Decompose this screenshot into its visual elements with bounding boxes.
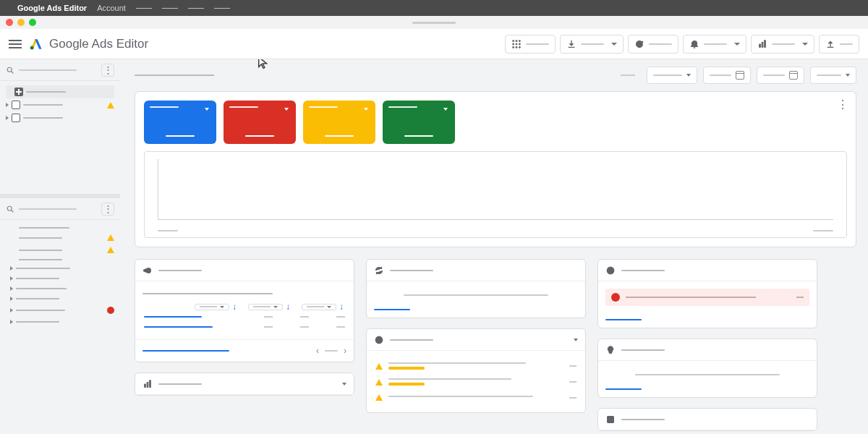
sidebar-account-search[interactable]: ⋮ [0, 59, 120, 81]
svg-rect-12 [765, 40, 766, 47]
date-range-start[interactable] [703, 67, 751, 84]
tree-item[interactable] [6, 98, 114, 111]
view-all-link[interactable] [142, 350, 229, 352]
table-row[interactable] [142, 322, 346, 332]
hamburger-icon[interactable] [9, 38, 22, 51]
action-link[interactable] [605, 319, 642, 320]
error-icon [611, 293, 620, 302]
lightbulb-icon [605, 345, 616, 355]
clock-icon [605, 265, 616, 276]
window-minimize-icon[interactable] [17, 19, 25, 26]
pager[interactable]: ‹› [316, 346, 346, 356]
toolbar-refresh-button[interactable] [628, 35, 678, 54]
menubar-app-name[interactable]: Google Ads Editor [17, 4, 87, 12]
sort-column[interactable]: ↓ [248, 302, 290, 312]
chevron-down-icon [611, 43, 617, 46]
more-icon[interactable]: ⋮ [101, 64, 114, 77]
arrow-down-icon: ↓ [339, 302, 344, 312]
more-icon[interactable]: ⋮ [101, 203, 114, 216]
nav-item[interactable] [7, 263, 117, 273]
error-banner[interactable] [605, 289, 809, 306]
warning-icon [375, 363, 383, 370]
date-range-end[interactable] [757, 67, 804, 84]
action-link[interactable] [605, 388, 642, 390]
scorecards-row [144, 101, 847, 144]
nav-item[interactable] [7, 224, 117, 231]
table-row[interactable] [142, 312, 346, 322]
chevron-down-icon[interactable] [574, 339, 578, 341]
chevron-right-icon [10, 266, 13, 271]
notes-card [597, 408, 817, 431]
nav-item[interactable] [7, 304, 117, 317]
svg-point-3 [519, 40, 520, 41]
svg-point-6 [519, 43, 520, 44]
svg-point-0 [30, 46, 34, 49]
error-icon [107, 307, 114, 314]
tree-item[interactable] [6, 85, 114, 98]
chevron-down-icon [205, 108, 209, 111]
warning-icon [375, 394, 383, 401]
stats-card [135, 373, 354, 396]
menubar-item[interactable] [188, 8, 204, 9]
chevron-down-icon[interactable] [342, 383, 346, 386]
toolbar-stats-button[interactable] [751, 35, 814, 54]
svg-point-7 [513, 46, 514, 48]
toolbar-grid-button[interactable] [505, 35, 556, 54]
megaphone-icon [142, 265, 153, 276]
nav-item[interactable] [7, 273, 117, 284]
sidebar: ⋮ ⋮ [0, 59, 120, 434]
scorecard[interactable] [144, 101, 216, 144]
app-header: Google Ads Editor [0, 29, 868, 59]
chevron-down-icon [364, 108, 368, 111]
account-icon [12, 114, 20, 122]
window-close-icon[interactable] [6, 19, 13, 26]
bell-icon [689, 39, 699, 49]
sync-card [366, 259, 586, 318]
window-zoom-icon[interactable] [29, 19, 36, 26]
toolbar-download-button[interactable] [560, 35, 624, 54]
campaigns-card: ↓ ↓ ↓ ‹› [135, 259, 354, 362]
scorecard[interactable] [383, 101, 455, 144]
svg-point-9 [519, 46, 520, 48]
chevron-right-icon[interactable]: › [344, 346, 346, 356]
list-item[interactable] [374, 390, 578, 405]
panel-more-icon[interactable]: ⋮ [837, 98, 848, 111]
chevron-down-icon [686, 74, 691, 77]
list-item[interactable] [374, 358, 578, 374]
menubar-item[interactable] [162, 8, 178, 9]
chevron-down-icon [443, 108, 448, 111]
menubar-item-account[interactable]: Account [97, 4, 126, 12]
nav-item[interactable] [7, 294, 117, 304]
sidebar-type-search[interactable]: ⋮ [0, 198, 120, 220]
menubar-item[interactable] [136, 8, 152, 9]
list-item[interactable] [374, 374, 578, 390]
toolbar-notifications-button[interactable] [683, 35, 746, 54]
scorecard[interactable] [224, 101, 296, 144]
svg-rect-17 [150, 380, 151, 387]
filter-dropdown[interactable] [647, 67, 697, 84]
compare-dropdown[interactable] [810, 67, 856, 84]
nav-item[interactable] [7, 256, 117, 263]
sort-column[interactable]: ↓ [195, 302, 237, 312]
nav-item[interactable] [7, 231, 117, 244]
svg-point-5 [516, 43, 517, 44]
nav-item[interactable] [7, 244, 117, 256]
scorecard[interactable] [303, 101, 375, 144]
nav-item[interactable] [7, 317, 117, 327]
menubar-item[interactable] [214, 8, 230, 9]
grid-icon [511, 39, 522, 49]
app-title: Google Ads Editor [49, 37, 148, 51]
chevron-left-icon[interactable]: ‹ [316, 346, 319, 356]
chevron-right-icon [6, 103, 9, 107]
arrow-down-icon: ↓ [286, 302, 290, 312]
upload-icon [825, 39, 835, 49]
alerts-card [366, 328, 586, 413]
search-icon [6, 66, 14, 75]
action-link[interactable] [374, 309, 410, 310]
account-icon [12, 101, 20, 109]
nav-item[interactable] [7, 284, 117, 294]
toolbar-upload-button[interactable] [819, 35, 859, 54]
history-card [597, 259, 817, 328]
sort-column[interactable]: ↓ [302, 302, 344, 312]
tree-item[interactable] [6, 111, 114, 124]
